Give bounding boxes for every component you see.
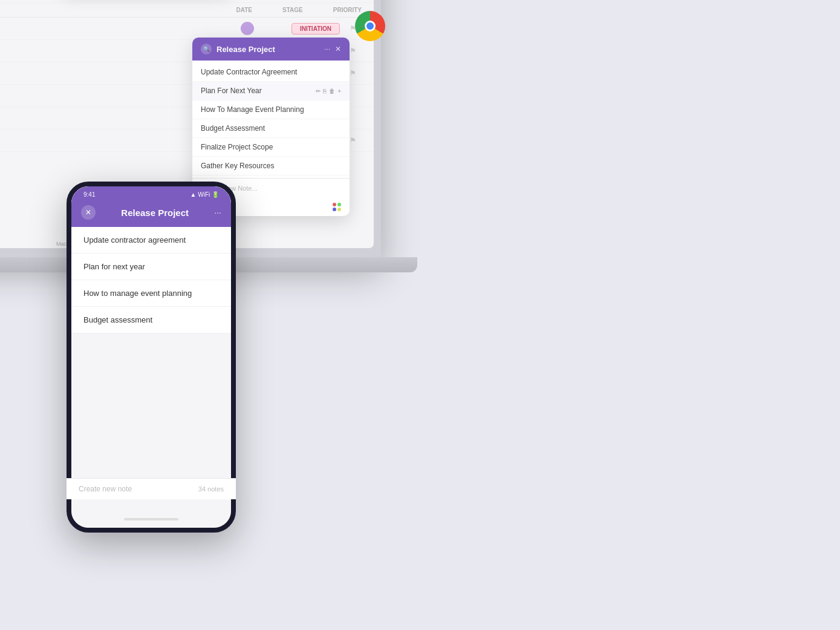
table-row-1[interactable]: sment 3 ↻ INITIATION ⚑	[0, 18, 374, 40]
delete-icon[interactable]: 🗑	[329, 69, 335, 76]
phone-header: ✕ Release Project ···	[71, 200, 231, 227]
note-2-actions: ✏ ⎘ 🗑 +	[316, 88, 341, 94]
phone-note-3-label: How to manage event planning	[83, 289, 192, 298]
note-list-item-2[interactable]: Plan For Next Year ✏ ⎘ 🗑 +	[192, 82, 350, 100]
phone-notes-list: Update contractor agreement Plan for nex…	[71, 227, 231, 333]
notes-list: Update Contractor Agreement ✏ ⎘ 🗑 + Plan…	[192, 61, 350, 178]
phone-project-title: Release Project	[100, 208, 209, 218]
note-1-label: Update Contractor Agreement	[201, 68, 297, 76]
row-1-stage: INITIATION	[291, 23, 340, 34]
copy-icon[interactable]: ⎘	[323, 69, 327, 76]
header-stage: STAGE	[282, 7, 303, 13]
note-list-item-3[interactable]: How To Manage Event Planning	[192, 100, 350, 119]
grid-dot-1	[333, 203, 336, 206]
phone-note-2-label: Plan for next year	[83, 262, 145, 271]
phone-note-item-3[interactable]: How to manage event planning	[71, 280, 231, 307]
note-4-label: Budget Assessment	[201, 124, 265, 133]
row-1-meta: INITIATION ⚑	[241, 22, 362, 35]
grid-dot-2	[337, 203, 341, 206]
phone-status-bar: 9:41 ▲ WiFi 🔋	[71, 186, 231, 200]
notes-panel-header: 🔍 Release Project ··· ✕	[192, 38, 350, 61]
priority-flag-3-icon: ⚑	[350, 69, 356, 77]
note-5-label: Finalize Project Scope	[201, 143, 273, 151]
note-3-label: How To Manage Event Planning	[201, 105, 304, 114]
phone-time: 9:41	[83, 191, 95, 198]
notes-panel-close-icon[interactable]: ✕	[335, 45, 341, 53]
phone-note-item-1[interactable]: Update contractor agreement	[71, 227, 231, 254]
phone-home-indicator	[124, 518, 178, 520]
note-list-item-4[interactable]: Budget Assessment	[192, 119, 350, 138]
phone-more-icon[interactable]: ···	[214, 208, 221, 217]
phone-signal-icons: ▲ WiFi 🔋	[190, 191, 219, 198]
note-list-item-6[interactable]: Gather Key Resources	[192, 157, 350, 176]
delete-icon-2[interactable]: 🗑	[329, 88, 335, 94]
phone-create-label[interactable]: Create new note	[79, 485, 132, 493]
row-1-text: sment 3 ↻	[0, 24, 241, 33]
copy-icon-2[interactable]: ⎘	[323, 88, 327, 94]
edit-icon[interactable]: ✏	[316, 69, 321, 76]
note-list-item-5[interactable]: Finalize Project Scope	[192, 138, 350, 157]
notes-grid-icon	[333, 203, 341, 211]
phone-close-button[interactable]: ✕	[81, 205, 96, 220]
add-icon[interactable]: +	[337, 69, 341, 76]
mobile-phone: 9:41 ▲ WiFi 🔋 ✕ Release Project ··· Upda…	[67, 182, 236, 533]
phone-inner: 9:41 ▲ WiFi 🔋 ✕ Release Project ··· Upda…	[71, 186, 231, 528]
phone-note-4-label: Budget assessment	[83, 315, 152, 324]
phone-note-item-4[interactable]: Budget assessment	[71, 307, 231, 333]
phone-bottom-bar: Create new note 34 notes	[71, 478, 231, 499]
chrome-logo	[355, 11, 385, 41]
grid-dot-3	[333, 208, 336, 211]
phone-note-1-label: Update contractor agreement	[83, 235, 186, 244]
grid-dot-4	[337, 208, 341, 211]
add-icon-2[interactable]: +	[337, 88, 341, 94]
notes-search-icon[interactable]: 🔍	[201, 44, 212, 54]
phone-frame: 9:41 ▲ WiFi 🔋 ✕ Release Project ··· Upda…	[67, 182, 236, 533]
notes-panel-more-icon[interactable]: ···	[324, 45, 330, 53]
header-date: DATE	[236, 7, 252, 13]
row-1-avatar	[241, 22, 254, 35]
note-2-label: Plan For Next Year	[201, 87, 262, 95]
priority-flag-6-icon: ⚑	[350, 136, 356, 145]
priority-flag-2-icon: ⚑	[350, 47, 356, 55]
phone-note-item-2[interactable]: Plan for next year	[71, 254, 231, 280]
table-headers: DATE STAGE PRIORITY	[0, 3, 374, 18]
phone-notes-count: 34 notes	[198, 485, 224, 493]
notes-panel-title: Release Project	[217, 45, 319, 54]
scene: ⌂ Home 🔔 Notifications 🏆 Goals Spac	[0, 0, 840, 630]
note-6-label: Gather Key Resources	[201, 162, 274, 170]
edit-icon-2[interactable]: ✏	[316, 88, 321, 94]
note-list-item-1[interactable]: Update Contractor Agreement ✏ ⎘ 🗑 +	[192, 63, 350, 82]
